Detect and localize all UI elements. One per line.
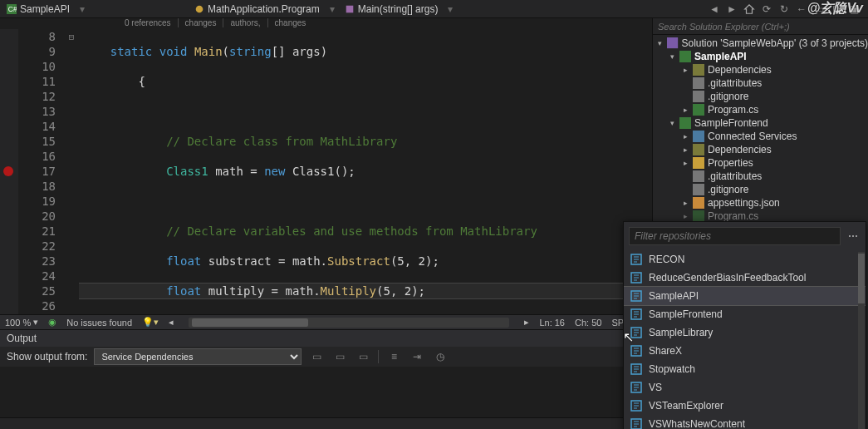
hscroll-right-icon[interactable]: ▸ xyxy=(524,317,529,328)
vertical-scrollbar[interactable] xyxy=(858,252,865,429)
expand-icon[interactable]: ▸ xyxy=(681,106,689,114)
repo-icon xyxy=(630,400,642,412)
expand-icon[interactable]: ▸ xyxy=(681,132,689,141)
tree-node[interactable]: .gitattributes xyxy=(653,76,868,90)
repo-item[interactable]: SampleAPI xyxy=(624,287,866,305)
scrollbar-thumb[interactable] xyxy=(858,254,865,303)
repo-item[interactable]: VSTeamExplorer xyxy=(624,397,866,415)
codelens-changes2[interactable]: changes xyxy=(275,18,313,27)
repo-item-label: SampleLibrary xyxy=(649,327,713,338)
codelens-changes[interactable]: changes xyxy=(185,18,224,27)
nav-fwd-icon[interactable]: ► xyxy=(724,2,739,17)
horizontal-scrollbar[interactable] xyxy=(189,318,509,328)
breakpoint-gutter[interactable] xyxy=(0,29,18,314)
wordwrap-icon[interactable]: ≡ xyxy=(385,348,402,365)
refresh-icon[interactable]: ↻ xyxy=(777,2,792,17)
output-panel: Output ▾ Show output from: Service Depen… xyxy=(0,329,652,429)
fold-collapse-icon[interactable]: ⊟ xyxy=(64,29,79,44)
expand-icon[interactable]: ▾ xyxy=(668,119,676,127)
repo-icon xyxy=(630,345,642,357)
expand-icon[interactable]: ▸ xyxy=(681,199,689,207)
output-from-label: Show output from: xyxy=(7,351,87,362)
issues-label[interactable]: No issues found xyxy=(66,318,132,328)
lightbulb-icon[interactable]: 💡▾ xyxy=(142,317,159,328)
repo-item-label: SampleFrontend xyxy=(649,308,723,320)
showall-icon[interactable]: ▭ xyxy=(812,2,826,17)
method-icon xyxy=(345,4,355,14)
expand-icon[interactable]: ▸ xyxy=(681,212,689,220)
properties-icon[interactable]: ▤ xyxy=(829,2,844,17)
dropdown-icon[interactable]: ▾ xyxy=(326,3,338,15)
tree-node[interactable]: .gitattributes xyxy=(653,170,868,183)
repo-item[interactable]: SampleLibrary xyxy=(624,323,866,342)
status-line[interactable]: Ln: 16 xyxy=(539,318,565,328)
expand-icon[interactable]: ▸ xyxy=(681,66,689,74)
nav-back-icon[interactable]: ◄ xyxy=(707,2,722,17)
home-icon[interactable] xyxy=(742,2,757,17)
codelens-refs[interactable]: 0 references xyxy=(125,18,179,27)
expand-icon[interactable]: ▾ xyxy=(656,39,664,47)
tree-node[interactable]: ▸appsettings.json xyxy=(653,196,868,210)
more-icon[interactable]: ⋯ xyxy=(846,230,861,242)
repo-item[interactable]: ShareX xyxy=(624,342,866,360)
hscroll-left-icon[interactable]: ◂ xyxy=(169,317,174,328)
output-body[interactable] xyxy=(0,367,652,417)
tree-node[interactable]: .gitignore xyxy=(653,183,868,196)
expand-icon[interactable]: ▾ xyxy=(668,52,676,61)
expand-icon[interactable]: ▸ xyxy=(681,159,689,167)
svg-rect-14 xyxy=(693,170,704,182)
repo-item[interactable]: SampleFrontend xyxy=(624,305,866,323)
context-file[interactable]: C# SampleAPI xyxy=(0,0,76,18)
status-col[interactable]: Ch: 50 xyxy=(575,318,601,328)
context-method[interactable]: Main(string[] args) xyxy=(338,0,445,18)
dropdown-icon[interactable]: ▾ xyxy=(444,3,456,15)
context-class[interactable]: MathApplication.Program xyxy=(188,0,326,18)
repo-item[interactable]: Stopwatch xyxy=(624,360,866,378)
dropdown-icon[interactable]: ▾ xyxy=(76,3,88,15)
sync-icon[interactable]: ⟳ xyxy=(759,2,774,17)
clock-icon[interactable]: ◷ xyxy=(432,348,449,365)
svg-rect-16 xyxy=(693,197,704,209)
tree-node[interactable]: ▸Dependencies xyxy=(653,63,868,76)
repo-list[interactable]: RECONReduceGenderBiasInFeedbackToolSampl… xyxy=(624,250,866,429)
tree-node[interactable]: ▸Connected Services xyxy=(653,130,868,143)
toggle-icon[interactable]: ▭ xyxy=(331,348,348,365)
toggle2-icon[interactable]: ▭ xyxy=(355,348,371,365)
solution-search-input[interactable] xyxy=(653,18,868,34)
file-icon xyxy=(693,184,704,195)
breadcrumb-bar: C# SampleAPI ▾ MathApplication.Program ▾… xyxy=(0,0,868,18)
tree-node[interactable]: ▸Properties xyxy=(653,156,868,170)
clear-icon[interactable]: ▭ xyxy=(308,348,325,365)
goto-icon[interactable]: ⇥ xyxy=(409,348,425,365)
tree-node-label: .gitignore xyxy=(708,91,748,102)
csproj-icon xyxy=(679,51,691,62)
tree-node[interactable]: ▸Dependencies xyxy=(653,143,868,156)
breakpoint-icon[interactable] xyxy=(3,166,13,176)
svg-rect-6 xyxy=(693,64,704,76)
expand-icon[interactable]: ▸ xyxy=(681,145,689,154)
repo-item-label: ShareX xyxy=(649,345,682,357)
fold-gutter[interactable]: ⊟ xyxy=(64,29,79,314)
solution-root-node[interactable]: ▾ Solution 'SampleWebApp' (3 of 3 projec… xyxy=(653,37,868,50)
preview-icon[interactable]: ▣ xyxy=(846,2,861,17)
tree-node-label: Dependencies xyxy=(708,144,772,155)
tree-node[interactable]: ▸Program.cs xyxy=(653,103,868,116)
output-source-select[interactable]: Service Dependencies xyxy=(94,348,302,365)
issues-ok-icon[interactable]: ◉ xyxy=(48,317,56,328)
repo-item[interactable]: RECON xyxy=(624,250,866,269)
codelens-authors[interactable]: authors, xyxy=(230,18,267,27)
collapse-icon[interactable]: ← xyxy=(794,2,809,17)
tree-node[interactable]: ▾SampleAPI xyxy=(653,50,868,63)
tree-node[interactable]: .gitignore xyxy=(653,90,868,103)
zoom-dropdown[interactable]: 100 % ▾ xyxy=(5,317,38,328)
codelens[interactable]: 0 references changes authors, changes xyxy=(0,18,652,29)
code-area[interactable]: static void Main(string[] args) { // Dec… xyxy=(79,29,652,314)
repo-item[interactable]: VS xyxy=(624,378,866,397)
code-editor[interactable]: 89101112131415161718192021222324252627 ⊟… xyxy=(0,29,652,314)
repo-item[interactable]: ReduceGenderBiasInFeedbackTool xyxy=(624,269,866,287)
repo-filter-input[interactable] xyxy=(629,227,841,245)
tree-node[interactable]: ▾SampleFrontend xyxy=(653,116,868,130)
scrollbar-thumb[interactable] xyxy=(192,318,308,327)
repo-item[interactable]: VSWhatsNewContent xyxy=(624,415,866,429)
context-file-label: SampleAPI xyxy=(20,3,70,15)
